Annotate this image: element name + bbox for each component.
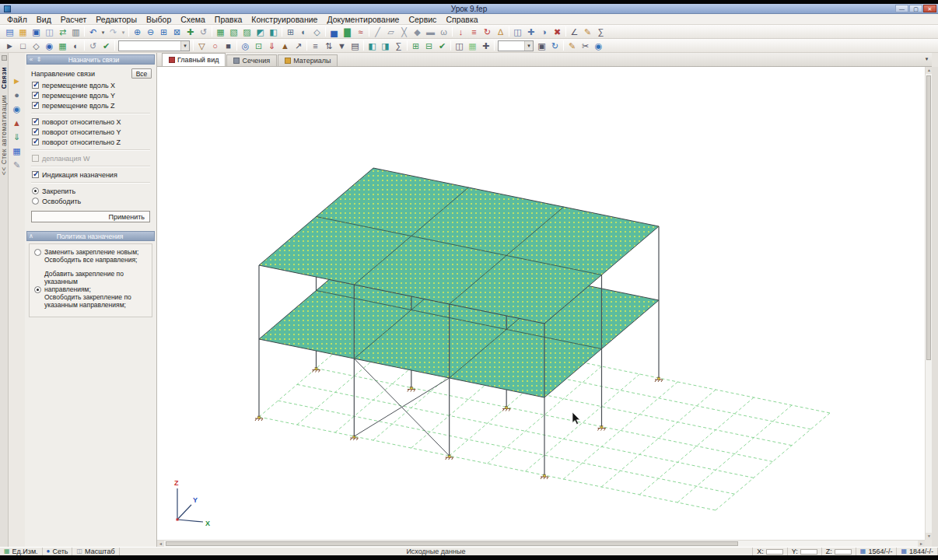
zoom-extents-icon[interactable]: ⊠ [170,26,184,38]
tab-Сечения[interactable]: Сечения [226,54,277,66]
filter-icon[interactable]: ▼ [335,40,348,52]
vertical-scroll-thumb[interactable] [926,75,931,360]
checkbox-поворот относительно Z[interactable]: поворот относительно Z [25,137,156,147]
selection-filter-combo[interactable]: ▾ [118,40,190,51]
policy-option-2[interactable]: Добавить закрепление по указаннымнаправл… [32,270,149,309]
props-tool-icon[interactable]: ✎ [10,158,24,171]
show-loads-icon[interactable]: ⇓ [265,40,278,52]
mesh-tool-icon[interactable]: ▦ [10,144,24,157]
solid-element-icon[interactable]: ◆ [411,26,424,38]
zoom-window-icon[interactable]: ⊞ [157,26,170,38]
check-geometry-icon[interactable]: ✔ [436,40,449,52]
rigid-link-icon[interactable]: ▬ [424,26,437,38]
show-supports-icon[interactable]: ▲ [278,40,292,52]
menu-item-Правка[interactable]: Правка [210,14,247,25]
tab-Главный вид[interactable]: Главный вид [162,53,226,66]
spring-element-icon[interactable]: ω [437,26,450,38]
element-numbers-icon[interactable]: ⊡ [252,40,265,52]
beam-element-icon[interactable]: ╱ [371,26,384,38]
vertical-scroll-track[interactable] [926,74,932,533]
copy-icon[interactable]: ◫ [511,26,524,38]
nodes-tool-icon[interactable]: ● [10,88,24,101]
layers-icon[interactable]: ▤ [348,40,362,52]
undo-selection-icon[interactable]: ↺ [86,40,100,52]
all-button[interactable]: Все [131,68,152,79]
select-elements-icon[interactable]: ▦ [56,40,69,52]
checkbox-перемещение вдоль Z[interactable]: перемещение вдоль Z [25,100,156,110]
diagram-area-icon[interactable]: ▇ [341,26,354,38]
import-model-icon[interactable]: ⇄ [56,26,69,38]
refresh-view-icon[interactable]: ↻ [548,40,562,52]
open-file-icon[interactable]: ▦ [16,26,30,38]
select-pointer-icon[interactable]: ► [3,40,16,52]
radio-Закрепить[interactable]: Закрепить [25,186,156,196]
plate-element-icon[interactable]: ▱ [384,26,397,38]
undo-icon[interactable]: ↶ [86,26,100,38]
checkbox-Индикация назначения[interactable]: Индикация назначения [25,170,156,180]
undo-list-icon[interactable]: ▾ [100,26,107,38]
menu-item-Редакторы[interactable]: Редакторы [91,14,142,25]
collapse-icon[interactable]: « [27,56,35,63]
policy-collapse-icon[interactable]: ∧ [27,233,35,240]
move-icon[interactable]: ✚ [524,26,537,38]
view-yz-icon[interactable]: ▨ [240,26,254,38]
distributed-load-icon[interactable]: ≡ [467,26,481,38]
info-tool-icon[interactable]: ◉ [592,40,605,52]
maximize-button[interactable]: ▢ [909,5,922,12]
combinations-icon[interactable]: ∑ [392,40,405,52]
statusbar-scale[interactable]: ◫Масштаб [72,548,119,555]
assign-hinges-icon[interactable]: ○ [208,40,222,52]
loads-tool-icon[interactable]: ⇓ [10,130,24,143]
zoom-in-icon[interactable]: ⊕ [131,26,144,38]
dropdown-arrow-icon[interactable]: ▾ [524,41,533,51]
checkbox-перемещение вдоль Y[interactable]: перемещение вдоль Y [25,90,156,100]
tab-list-button[interactable]: ▾ [922,54,932,65]
checkbox-перемещение вдоль X[interactable]: перемещение вдоль X [25,80,156,90]
new-file-icon[interactable]: ▤ [3,26,16,38]
temperature-load-icon[interactable]: ∆ [494,26,507,38]
delete-icon[interactable]: ✖ [551,26,564,38]
statusbar-net[interactable]: ●Сеть [43,548,73,555]
truss-element-icon[interactable]: ╳ [397,26,411,38]
redo-icon[interactable]: ↷ [107,26,120,38]
menu-item-Сервис[interactable]: Сервис [404,14,441,25]
strip-tab-automation-stack[interactable]: << Стек автоматизации [0,95,8,175]
view-xy-icon[interactable]: ▦ [214,26,227,38]
print-icon[interactable]: ▥ [69,26,82,38]
policy-option-1[interactable]: Заменить закрепление новым;Освободить вс… [32,248,149,264]
scale-combo[interactable]: ▾ [498,40,534,51]
view-xz-icon[interactable]: ▧ [227,26,240,38]
select-poly-icon[interactable]: ◇ [30,40,43,52]
redo-list-icon[interactable]: ▾ [120,26,127,38]
previous-view-icon[interactable]: ↺ [197,26,210,38]
edit-pen-icon[interactable]: ✎ [565,40,579,52]
select-rect-icon[interactable]: □ [16,40,30,52]
checkbox-поворот относительно X[interactable]: поворот относительно X [25,117,156,127]
snap-tool-icon[interactable]: ✚ [479,40,492,52]
nodal-load-icon[interactable]: ↓ [454,26,467,38]
statusbar-units[interactable]: ▦Ед.Изм. [0,548,43,555]
strip-collapse-button[interactable] [2,55,7,61]
moment-load-icon[interactable]: ↻ [481,26,494,38]
menu-item-Файл[interactable]: Файл [2,14,32,25]
mirror-icon[interactable]: ◑ [537,26,551,38]
horizontal-scroll-track[interactable] [164,541,918,547]
horizontal-scroll-thumb[interactable] [166,541,738,546]
calculator-icon[interactable]: ∑ [594,26,607,38]
apply-button[interactable]: Применить [31,211,150,222]
horizontal-scrollbar[interactable]: ◄ ► [157,540,925,547]
vertical-scrollbar[interactable]: ▲ ▼ [925,67,932,540]
view-tool-icon[interactable]: ◉ [10,102,24,115]
show-mesh-icon[interactable]: ⊞ [284,26,297,38]
stages-icon[interactable]: ◧ [366,40,379,52]
diagram-bars-icon[interactable]: ▅ [327,26,341,38]
menu-item-Документирование[interactable]: Документирование [322,14,404,25]
cut-tool-icon[interactable]: ✂ [579,40,592,52]
checkbox-поворот относительно Y[interactable]: поворот относительно Y [25,127,156,137]
mesh-generate-icon[interactable]: ⊞ [409,40,422,52]
radio-Освободить[interactable]: Освободить [25,196,156,206]
node-numbers-icon[interactable]: ◎ [239,40,252,52]
isometric-view-icon[interactable]: ◩ [254,26,267,38]
assign-rigid-icon[interactable]: ■ [222,40,235,52]
supports-tool-icon[interactable]: ▲ [10,116,24,129]
